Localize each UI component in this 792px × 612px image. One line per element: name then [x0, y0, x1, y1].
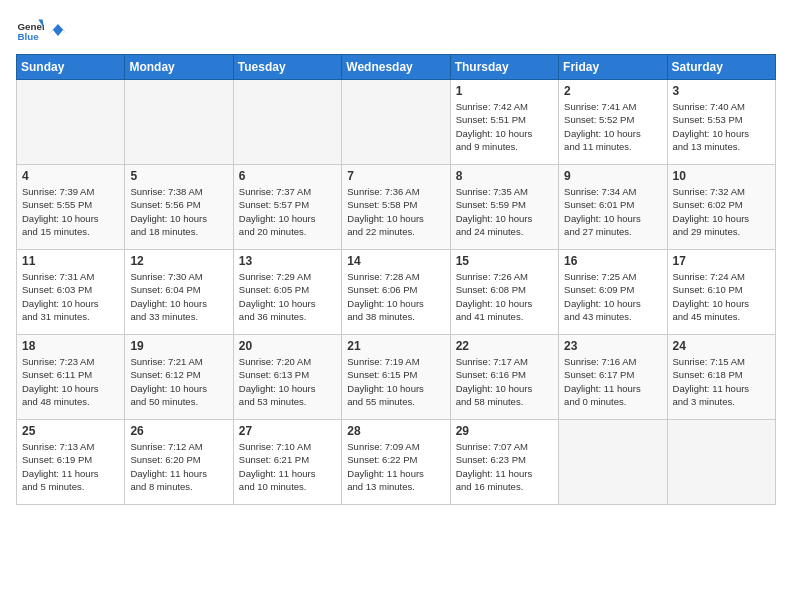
- day-header-monday: Monday: [125, 55, 233, 80]
- calendar-cell: 2Sunrise: 7:41 AM Sunset: 5:52 PM Daylig…: [559, 80, 667, 165]
- calendar-cell: [342, 80, 450, 165]
- calendar-table: SundayMondayTuesdayWednesdayThursdayFrid…: [16, 54, 776, 505]
- day-header-sunday: Sunday: [17, 55, 125, 80]
- calendar-cell: 14Sunrise: 7:28 AM Sunset: 6:06 PM Dayli…: [342, 250, 450, 335]
- calendar-cell: 21Sunrise: 7:19 AM Sunset: 6:15 PM Dayli…: [342, 335, 450, 420]
- calendar-cell: 9Sunrise: 7:34 AM Sunset: 6:01 PM Daylig…: [559, 165, 667, 250]
- calendar-cell: [667, 420, 775, 505]
- calendar-cell: 20Sunrise: 7:20 AM Sunset: 6:13 PM Dayli…: [233, 335, 341, 420]
- calendar-cell: 19Sunrise: 7:21 AM Sunset: 6:12 PM Dayli…: [125, 335, 233, 420]
- day-info: Sunrise: 7:07 AM Sunset: 6:23 PM Dayligh…: [456, 440, 553, 493]
- day-number: 23: [564, 339, 661, 353]
- header: General Blue: [16, 16, 776, 44]
- day-info: Sunrise: 7:39 AM Sunset: 5:55 PM Dayligh…: [22, 185, 119, 238]
- calendar-cell: 26Sunrise: 7:12 AM Sunset: 6:20 PM Dayli…: [125, 420, 233, 505]
- day-number: 22: [456, 339, 553, 353]
- day-info: Sunrise: 7:28 AM Sunset: 6:06 PM Dayligh…: [347, 270, 444, 323]
- day-number: 17: [673, 254, 770, 268]
- day-info: Sunrise: 7:31 AM Sunset: 6:03 PM Dayligh…: [22, 270, 119, 323]
- day-header-thursday: Thursday: [450, 55, 558, 80]
- day-info: Sunrise: 7:35 AM Sunset: 5:59 PM Dayligh…: [456, 185, 553, 238]
- day-number: 25: [22, 424, 119, 438]
- day-header-friday: Friday: [559, 55, 667, 80]
- day-number: 8: [456, 169, 553, 183]
- day-number: 14: [347, 254, 444, 268]
- day-info: Sunrise: 7:20 AM Sunset: 6:13 PM Dayligh…: [239, 355, 336, 408]
- header-row: SundayMondayTuesdayWednesdayThursdayFrid…: [17, 55, 776, 80]
- calendar-cell: 28Sunrise: 7:09 AM Sunset: 6:22 PM Dayli…: [342, 420, 450, 505]
- day-info: Sunrise: 7:15 AM Sunset: 6:18 PM Dayligh…: [673, 355, 770, 408]
- day-number: 20: [239, 339, 336, 353]
- day-info: Sunrise: 7:12 AM Sunset: 6:20 PM Dayligh…: [130, 440, 227, 493]
- day-info: Sunrise: 7:16 AM Sunset: 6:17 PM Dayligh…: [564, 355, 661, 408]
- day-number: 11: [22, 254, 119, 268]
- calendar-cell: [17, 80, 125, 165]
- calendar-cell: 16Sunrise: 7:25 AM Sunset: 6:09 PM Dayli…: [559, 250, 667, 335]
- day-number: 2: [564, 84, 661, 98]
- day-info: Sunrise: 7:21 AM Sunset: 6:12 PM Dayligh…: [130, 355, 227, 408]
- day-number: 4: [22, 169, 119, 183]
- day-number: 27: [239, 424, 336, 438]
- day-number: 16: [564, 254, 661, 268]
- day-number: 29: [456, 424, 553, 438]
- calendar-cell: 6Sunrise: 7:37 AM Sunset: 5:57 PM Daylig…: [233, 165, 341, 250]
- calendar-cell: 11Sunrise: 7:31 AM Sunset: 6:03 PM Dayli…: [17, 250, 125, 335]
- calendar-cell: 8Sunrise: 7:35 AM Sunset: 5:59 PM Daylig…: [450, 165, 558, 250]
- day-number: 18: [22, 339, 119, 353]
- day-header-tuesday: Tuesday: [233, 55, 341, 80]
- day-number: 7: [347, 169, 444, 183]
- day-info: Sunrise: 7:42 AM Sunset: 5:51 PM Dayligh…: [456, 100, 553, 153]
- calendar-cell: [233, 80, 341, 165]
- week-row-2: 4Sunrise: 7:39 AM Sunset: 5:55 PM Daylig…: [17, 165, 776, 250]
- day-number: 28: [347, 424, 444, 438]
- svg-text:Blue: Blue: [17, 31, 39, 42]
- day-number: 3: [673, 84, 770, 98]
- day-header-saturday: Saturday: [667, 55, 775, 80]
- day-number: 12: [130, 254, 227, 268]
- week-row-5: 25Sunrise: 7:13 AM Sunset: 6:19 PM Dayli…: [17, 420, 776, 505]
- day-number: 15: [456, 254, 553, 268]
- day-info: Sunrise: 7:41 AM Sunset: 5:52 PM Dayligh…: [564, 100, 661, 153]
- day-number: 10: [673, 169, 770, 183]
- day-number: 19: [130, 339, 227, 353]
- calendar-cell: 17Sunrise: 7:24 AM Sunset: 6:10 PM Dayli…: [667, 250, 775, 335]
- day-info: Sunrise: 7:29 AM Sunset: 6:05 PM Dayligh…: [239, 270, 336, 323]
- logo-icon: General Blue: [16, 16, 44, 44]
- day-number: 5: [130, 169, 227, 183]
- day-info: Sunrise: 7:32 AM Sunset: 6:02 PM Dayligh…: [673, 185, 770, 238]
- calendar-cell: 7Sunrise: 7:36 AM Sunset: 5:58 PM Daylig…: [342, 165, 450, 250]
- calendar-cell: 18Sunrise: 7:23 AM Sunset: 6:11 PM Dayli…: [17, 335, 125, 420]
- day-info: Sunrise: 7:26 AM Sunset: 6:08 PM Dayligh…: [456, 270, 553, 323]
- calendar-cell: 23Sunrise: 7:16 AM Sunset: 6:17 PM Dayli…: [559, 335, 667, 420]
- logo-bird-icon: [49, 22, 67, 40]
- day-info: Sunrise: 7:13 AM Sunset: 6:19 PM Dayligh…: [22, 440, 119, 493]
- day-info: Sunrise: 7:38 AM Sunset: 5:56 PM Dayligh…: [130, 185, 227, 238]
- logo: General Blue: [16, 16, 68, 44]
- calendar-cell: [559, 420, 667, 505]
- day-number: 1: [456, 84, 553, 98]
- day-number: 9: [564, 169, 661, 183]
- calendar-cell: [125, 80, 233, 165]
- day-info: Sunrise: 7:34 AM Sunset: 6:01 PM Dayligh…: [564, 185, 661, 238]
- calendar-cell: 12Sunrise: 7:30 AM Sunset: 6:04 PM Dayli…: [125, 250, 233, 335]
- day-info: Sunrise: 7:30 AM Sunset: 6:04 PM Dayligh…: [130, 270, 227, 323]
- calendar-cell: 1Sunrise: 7:42 AM Sunset: 5:51 PM Daylig…: [450, 80, 558, 165]
- day-info: Sunrise: 7:10 AM Sunset: 6:21 PM Dayligh…: [239, 440, 336, 493]
- day-info: Sunrise: 7:09 AM Sunset: 6:22 PM Dayligh…: [347, 440, 444, 493]
- svg-marker-3: [49, 24, 67, 36]
- day-info: Sunrise: 7:36 AM Sunset: 5:58 PM Dayligh…: [347, 185, 444, 238]
- calendar-cell: 13Sunrise: 7:29 AM Sunset: 6:05 PM Dayli…: [233, 250, 341, 335]
- calendar-cell: 4Sunrise: 7:39 AM Sunset: 5:55 PM Daylig…: [17, 165, 125, 250]
- day-info: Sunrise: 7:37 AM Sunset: 5:57 PM Dayligh…: [239, 185, 336, 238]
- calendar-cell: 22Sunrise: 7:17 AM Sunset: 6:16 PM Dayli…: [450, 335, 558, 420]
- day-number: 13: [239, 254, 336, 268]
- day-info: Sunrise: 7:25 AM Sunset: 6:09 PM Dayligh…: [564, 270, 661, 323]
- day-info: Sunrise: 7:23 AM Sunset: 6:11 PM Dayligh…: [22, 355, 119, 408]
- day-info: Sunrise: 7:19 AM Sunset: 6:15 PM Dayligh…: [347, 355, 444, 408]
- calendar-cell: 29Sunrise: 7:07 AM Sunset: 6:23 PM Dayli…: [450, 420, 558, 505]
- day-number: 24: [673, 339, 770, 353]
- calendar-cell: 3Sunrise: 7:40 AM Sunset: 5:53 PM Daylig…: [667, 80, 775, 165]
- day-number: 6: [239, 169, 336, 183]
- day-header-wednesday: Wednesday: [342, 55, 450, 80]
- day-info: Sunrise: 7:17 AM Sunset: 6:16 PM Dayligh…: [456, 355, 553, 408]
